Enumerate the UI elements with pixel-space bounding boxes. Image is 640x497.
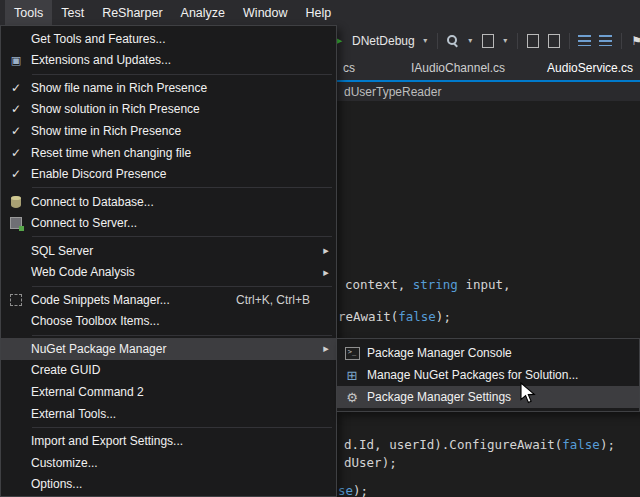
menu-item-shortcut: Ctrl+K, Ctrl+B	[236, 293, 310, 307]
checkmark-icon: ✓	[1, 167, 31, 181]
database-icon	[11, 196, 21, 208]
menu-item-label: Reset time when changing file	[31, 146, 316, 160]
submenu-arrow-icon: ▸	[316, 266, 336, 279]
tools-menu-item-create-guid[interactable]: Create GUID	[1, 360, 336, 382]
submenu-arrow-icon: ▸	[316, 342, 336, 355]
toolbar-separator	[437, 33, 438, 49]
dropdown-caret-icon[interactable]: ▾	[421, 33, 430, 49]
gear-icon: ⚙	[337, 390, 367, 405]
tools-menu-item-code-snippets-manager[interactable]: Code Snippets Manager...Ctrl+K, Ctrl+B	[1, 289, 336, 311]
code-fragment: context, string input,	[345, 278, 511, 292]
tools-menu-item-web-code-analysis[interactable]: Web Code Analysis▸	[1, 261, 336, 283]
toolbar-separator	[569, 33, 570, 49]
menu-separator	[32, 187, 332, 188]
indent-increase-icon[interactable]	[598, 33, 614, 49]
tools-menu-item-external-command-2[interactable]: External Command 2	[1, 381, 336, 403]
debug-target-label[interactable]: DNetDebug	[352, 34, 415, 48]
menu-separator	[32, 286, 332, 287]
tools-menu-items: Get Tools and Features...▣Extensions and…	[1, 28, 336, 495]
menu-item-label: Connect to Database...	[31, 195, 316, 209]
menubar-item-test[interactable]: Test	[52, 0, 93, 25]
code-fragment: se);	[338, 484, 368, 497]
tools-menu-item-show-time-in-rich-presence[interactable]: ✓Show time in Rich Presence	[1, 120, 336, 142]
tools-menu-item-connect-to-database[interactable]: Connect to Database...	[1, 191, 336, 213]
menu-item-label: Manage NuGet Packages for Solution...	[367, 368, 619, 382]
menubar-item-help[interactable]: Help	[297, 0, 341, 25]
menu-separator	[32, 236, 332, 237]
tools-menu-item-show-file-name-in-rich-presence[interactable]: ✓Show file name in Rich Presence	[1, 77, 336, 99]
menu-item-label: Show time in Rich Presence	[31, 124, 316, 138]
tab-iaudiochannel-cs[interactable]: IAudioChannel.cs	[408, 56, 508, 80]
snippets-icon	[10, 294, 22, 306]
menu-item-label: Create GUID	[31, 363, 316, 377]
nuget-submenu: >_Package Manager Console⊞Manage NuGet P…	[336, 338, 640, 412]
menu-item-label: Web Code Analysis	[31, 265, 316, 279]
server-icon	[10, 217, 22, 229]
tools-menu-item-enable-discord-presence[interactable]: ✓Enable Discord Presence	[1, 163, 336, 185]
checkmark-icon: ✓	[1, 124, 31, 138]
tools-menu-item-nuget-package-manager[interactable]: NuGet Package Manager▸	[1, 338, 336, 360]
menu-item-label: Package Manager Console	[367, 346, 619, 360]
code-fragment: reAwait(false);	[338, 310, 451, 324]
menu-separator	[32, 427, 332, 428]
vs-window: ToolsTestReSharperAnalyzeWindowHelp ▶DNe…	[0, 0, 640, 497]
nuget-submenu-item-package-manager-console[interactable]: >_Package Manager Console	[337, 342, 639, 364]
search-icon[interactable]	[445, 33, 461, 49]
menu-item-label: Package Manager Settings	[367, 390, 619, 404]
console-icon: >_	[345, 347, 360, 360]
menubar-item-tools[interactable]: Tools	[5, 0, 52, 25]
code-fragment: dUser);	[344, 456, 397, 470]
menu-bar: ToolsTestReSharperAnalyzeWindowHelp	[0, 0, 640, 25]
indent-decrease-icon[interactable]	[577, 33, 593, 49]
menu-separator	[32, 74, 332, 75]
dropdown-caret-icon[interactable]: ▾	[466, 33, 475, 49]
extensions-icon: ▣	[1, 54, 31, 67]
mouse-cursor	[520, 382, 538, 406]
tools-menu-item-show-solution-in-rich-presence[interactable]: ✓Show solution in Rich Presence	[1, 99, 336, 121]
menu-item-label: Code Snippets Manager...	[31, 293, 236, 307]
menu-item-label: External Tools...	[31, 407, 316, 421]
tools-menu-item-external-tools[interactable]: External Tools...	[1, 403, 336, 425]
nuget-submenu-item-manage-nuget-packages-for-solution[interactable]: ⊞Manage NuGet Packages for Solution...	[337, 364, 639, 386]
menu-item-label: Connect to Server...	[31, 216, 316, 230]
menu-item-label: Show solution in Rich Presence	[31, 102, 316, 116]
tools-menu-item-customize[interactable]: Customize...	[1, 452, 336, 474]
toolbar-separator	[621, 33, 622, 49]
tab-audioservice-cs[interactable]: AudioService.cs	[544, 56, 636, 80]
menu-separator	[32, 335, 332, 336]
menu-item-label: External Command 2	[31, 385, 316, 399]
tools-menu-item-choose-toolbox-items[interactable]: Choose Toolbox Items...	[1, 311, 336, 333]
checkmark-icon: ✓	[1, 81, 31, 95]
code-fragment: d.Id, userId).ConfigureAwait(false);	[344, 438, 615, 452]
menubar-item-resharper[interactable]: ReSharper	[93, 0, 171, 25]
menubar-item-window[interactable]: Window	[234, 0, 296, 25]
menu-item-label: Get Tools and Features...	[31, 32, 316, 46]
menu-item-label: Show file name in Rich Presence	[31, 81, 316, 95]
open-file-icon[interactable]	[525, 33, 541, 49]
menu-item-label: Choose Toolbox Items...	[31, 314, 316, 328]
menu-item-label: Customize...	[31, 456, 316, 470]
menubar-item-analyze[interactable]: Analyze	[172, 0, 234, 25]
toolbar-separator	[517, 33, 518, 49]
tools-menu: Get Tools and Features...▣Extensions and…	[0, 25, 337, 497]
dropdown-caret-icon[interactable]: ▾	[501, 33, 510, 49]
tools-menu-item-reset-time-when-changing-file[interactable]: ✓Reset time when changing file	[1, 142, 336, 164]
menu-item-label: Options...	[31, 477, 316, 491]
tools-menu-item-options[interactable]: Options...	[1, 473, 336, 495]
document-icon[interactable]	[480, 33, 496, 49]
tools-menu-item-get-tools-and-features[interactable]: Get Tools and Features...	[1, 28, 336, 50]
nuget-submenu-item-package-manager-settings[interactable]: ⚙Package Manager Settings	[337, 386, 639, 408]
menu-item-label: Enable Discord Presence	[31, 167, 316, 181]
menu-item-label: Extensions and Updates...	[31, 53, 316, 67]
tools-menu-item-sql-server[interactable]: SQL Server▸	[1, 240, 336, 262]
tools-menu-item-extensions-and-updates[interactable]: ▣Extensions and Updates...	[1, 50, 336, 72]
tab-cs[interactable]: cs	[340, 56, 358, 80]
nuget-submenu-items: >_Package Manager Console⊞Manage NuGet P…	[337, 342, 639, 408]
tools-menu-item-connect-to-server[interactable]: Connect to Server...	[1, 212, 336, 234]
tools-menu-item-import-and-export-settings[interactable]: Import and Export Settings...	[1, 430, 336, 452]
save-file-icon[interactable]	[546, 33, 562, 49]
menu-item-label: NuGet Package Manager	[31, 342, 316, 356]
bookmark-icon[interactable]: ⚑	[629, 33, 640, 49]
submenu-arrow-icon: ▸	[316, 244, 336, 257]
menu-item-label: SQL Server	[31, 244, 316, 258]
